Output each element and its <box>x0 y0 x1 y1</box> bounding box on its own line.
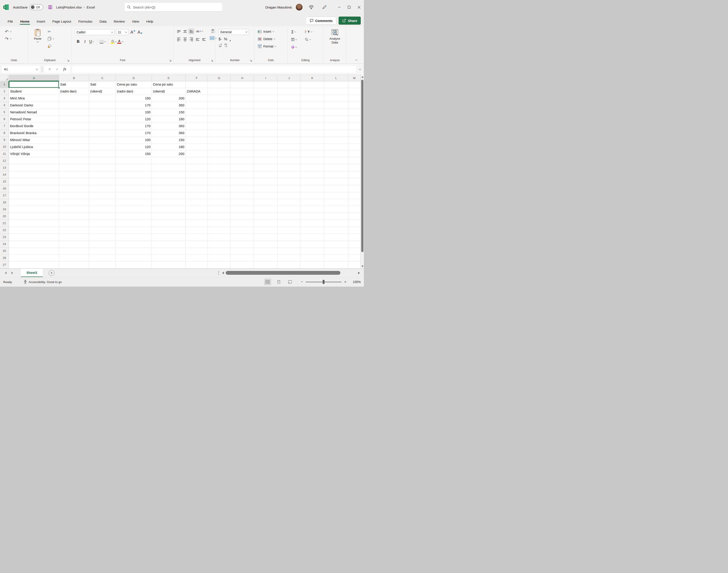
cell-I4[interactable] <box>254 102 278 109</box>
cell-F22[interactable] <box>186 227 208 234</box>
cell-F18[interactable] <box>186 199 208 206</box>
cell-I6[interactable] <box>254 116 278 123</box>
cell-M24[interactable] <box>348 241 361 248</box>
number-format-select[interactable]: General <box>218 29 249 35</box>
cell-K4[interactable] <box>301 102 324 109</box>
cell-L7[interactable] <box>324 123 348 129</box>
sheet-nav-right-icon[interactable] <box>11 272 13 274</box>
format-cells-dropdown-icon[interactable] <box>274 45 276 47</box>
cell-I12[interactable] <box>254 157 278 164</box>
underline-button[interactable]: U <box>89 39 95 45</box>
autosum-dropdown-icon[interactable] <box>295 31 296 32</box>
cell-F10[interactable] <box>186 144 208 151</box>
cell-C4[interactable] <box>89 102 116 109</box>
cell-M17[interactable] <box>348 192 361 199</box>
cell-I7[interactable] <box>254 123 278 129</box>
alignment-dialog-launcher[interactable] <box>211 59 214 62</box>
cell-I17[interactable] <box>254 192 278 199</box>
cell-C10[interactable] <box>89 144 116 151</box>
cell-A24[interactable] <box>9 241 59 248</box>
collapse-ribbon-icon[interactable] <box>355 58 358 61</box>
sort-filter-dropdown-icon[interactable] <box>311 31 312 32</box>
cell-B19[interactable] <box>59 206 89 213</box>
cell-G13[interactable] <box>208 164 231 171</box>
cell-D23[interactable] <box>116 234 152 241</box>
scroll-right-icon[interactable] <box>358 272 360 274</box>
cell-D20[interactable] <box>116 213 152 220</box>
cell-M7[interactable] <box>348 123 361 129</box>
increase-indent-button[interactable]: → <box>201 37 207 42</box>
cell-F13[interactable] <box>186 164 208 171</box>
cell-J9[interactable] <box>278 137 301 144</box>
cell-C24[interactable] <box>89 241 116 248</box>
zoom-slider[interactable] <box>306 280 342 284</box>
cell-C6[interactable] <box>89 116 116 123</box>
cell-K7[interactable] <box>301 123 324 129</box>
analyze-data-button[interactable]: Analyze Data <box>324 27 346 44</box>
cell-L25[interactable] <box>324 248 348 255</box>
cell-D6[interactable]: 120 <box>116 116 152 123</box>
cell-A2[interactable]: Student <box>9 88 59 95</box>
cell-M20[interactable] <box>348 213 361 220</box>
cell-M10[interactable] <box>348 144 361 151</box>
fill-color-dropdown-icon[interactable] <box>115 41 117 42</box>
cell-E21[interactable] <box>152 220 186 227</box>
cell-L26[interactable] <box>324 255 348 262</box>
cell-A27[interactable] <box>9 262 59 268</box>
cell-I19[interactable] <box>254 206 278 213</box>
cell-M14[interactable] <box>348 171 361 178</box>
cell-H3[interactable] <box>231 95 254 102</box>
cell-G7[interactable] <box>208 123 231 129</box>
cell-E16[interactable] <box>152 185 186 192</box>
cell-C15[interactable] <box>89 178 116 185</box>
cell-G6[interactable] <box>208 116 231 123</box>
cell-G19[interactable] <box>208 206 231 213</box>
cell-L3[interactable] <box>324 95 348 102</box>
align-left-button[interactable] <box>176 37 181 42</box>
cell-C23[interactable] <box>89 234 116 241</box>
borders-dropdown-icon[interactable] <box>104 41 106 42</box>
cell-G22[interactable] <box>208 227 231 234</box>
cell-F16[interactable] <box>186 185 208 192</box>
cell-I22[interactable] <box>254 227 278 234</box>
cell-E19[interactable] <box>152 206 186 213</box>
minimize-button[interactable] <box>334 0 344 14</box>
cell-J18[interactable] <box>278 199 301 206</box>
row-header-13[interactable]: 13 <box>0 164 9 171</box>
cell-I20[interactable] <box>254 213 278 220</box>
fill-dropdown-icon[interactable] <box>295 38 297 40</box>
cell-G26[interactable] <box>208 255 231 262</box>
scroll-left-icon[interactable] <box>222 272 224 274</box>
cell-I9[interactable] <box>254 137 278 144</box>
find-select-dropdown-icon[interactable] <box>309 38 311 40</box>
cell-D22[interactable] <box>116 227 152 234</box>
cell-M16[interactable] <box>348 185 361 192</box>
cell-J10[interactable] <box>278 144 301 151</box>
cell-G4[interactable] <box>208 102 231 109</box>
cell-L20[interactable] <box>324 213 348 220</box>
cell-H7[interactable] <box>231 123 254 129</box>
cell-B2[interactable]: (radni dan) <box>59 88 89 95</box>
decrease-font-button[interactable]: A <box>137 29 143 35</box>
cell-I13[interactable] <box>254 164 278 171</box>
number-dialog-launcher[interactable] <box>250 59 253 62</box>
cell-H1[interactable] <box>231 81 254 88</box>
font-size-select[interactable]: 11 <box>116 29 128 35</box>
cell-L6[interactable] <box>324 116 348 123</box>
cell-K12[interactable] <box>301 157 324 164</box>
cell-C19[interactable] <box>89 206 116 213</box>
cell-C26[interactable] <box>89 255 116 262</box>
cell-F1[interactable] <box>186 81 208 88</box>
cell-E14[interactable] <box>152 171 186 178</box>
cell-B26[interactable] <box>59 255 89 262</box>
col-header-C[interactable]: C <box>89 75 116 81</box>
cell-L18[interactable] <box>324 199 348 206</box>
cell-C13[interactable] <box>89 164 116 171</box>
cell-C21[interactable] <box>89 220 116 227</box>
row-header-12[interactable]: 12 <box>0 157 9 164</box>
cell-E11[interactable]: 200 <box>152 151 186 157</box>
insert-function-icon[interactable]: fx <box>63 67 66 71</box>
cell-A5[interactable]: Nenadović Nenad <box>9 109 59 116</box>
cell-B6[interactable] <box>59 116 89 123</box>
cell-H20[interactable] <box>231 213 254 220</box>
